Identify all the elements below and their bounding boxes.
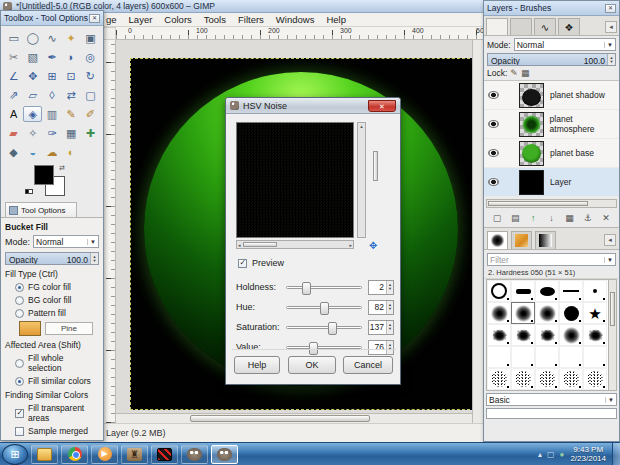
dialog-button[interactable]: Help [234,356,280,374]
spinner-arrows-icon[interactable]: ▲▼ [386,321,393,334]
spinner-arrows-icon[interactable]: ▲▼ [90,253,98,264]
brush-swatch[interactable] [487,346,511,368]
layer-row[interactable]: planet atmosphere [484,110,619,139]
shear-tool[interactable]: ▱ [23,87,42,103]
visibility-eye-icon[interactable] [488,91,499,99]
canvas-horizontal-scrollbar[interactable] [116,413,472,423]
foreground-select[interactable]: ▧ [23,49,42,65]
tab-channels[interactable] [510,18,532,35]
alignment-tool[interactable]: ⊞ [42,68,61,84]
clone-tool[interactable]: ▦ [62,125,81,141]
finding-similar-option[interactable]: Fill transparent areas [15,403,99,423]
close-icon[interactable]: ✕ [605,4,616,13]
brush-swatch[interactable] [583,324,607,346]
tray-network-icon[interactable]: ● [560,450,565,459]
fuzzy-select[interactable]: ✦ [62,30,81,46]
dialog-button[interactable]: Cancel [343,356,393,374]
rotate-tool[interactable]: ↻ [81,68,100,84]
pattern-swatch[interactable] [19,321,41,336]
perspective-tool[interactable]: ◊ [42,87,61,103]
show-desktop-button[interactable] [612,443,620,465]
brush-swatch[interactable] [511,280,535,302]
flip-tool[interactable]: ⇄ [62,87,81,103]
preview-vertical-scrollbar[interactable]: ▴ [357,122,366,238]
tab-patterns[interactable] [511,231,532,249]
fill-type-option[interactable]: BG color fill [15,295,99,305]
spinner-arrows-icon[interactable]: ▲▼ [386,281,393,294]
preview-checkbox[interactable] [238,259,247,268]
swap-colors-icon[interactable]: ⇄ [59,164,65,172]
layer-row[interactable]: planet shadow [484,81,619,110]
value-spinbox[interactable]: 76 ▲▼ [368,340,394,355]
tab-layers[interactable] [486,18,508,35]
move-tool[interactable]: ✥ [23,68,42,84]
ellipse-select[interactable]: ◯ [23,30,42,46]
slider-track[interactable] [286,326,362,329]
brush-swatch[interactable] [583,280,607,302]
eraser-tool[interactable]: ▰ [4,125,23,141]
brush-swatch[interactable] [487,280,511,302]
slider-track[interactable] [286,306,362,309]
cage-transform-tool[interactable]: ▢ [81,87,100,103]
menu-item[interactable]: Filters [232,14,270,25]
tool-options-tab[interactable]: Tool Options [5,202,77,217]
show-hidden-icons[interactable]: ▴ [538,450,542,459]
taskbar-explorer[interactable] [31,445,58,464]
brush-swatch[interactable] [535,302,559,324]
tab-menu-button[interactable]: ◂ [605,21,617,33]
finding-similar-option[interactable]: Sample merged [15,426,99,436]
brush-swatch[interactable] [583,346,607,368]
taskbar-game[interactable]: ♜ [121,445,148,464]
scissors-select[interactable]: ✂ [4,49,23,65]
bucket-fill-tool[interactable]: ◈ [23,106,42,122]
lock-alpha-icon[interactable]: ▦ [521,68,530,78]
paths-tool[interactable]: ✒ [42,49,61,65]
measure-tool[interactable]: ∠ [4,68,23,84]
brush-swatch[interactable] [535,368,559,390]
text-tool[interactable]: A [4,106,23,122]
value-spinbox[interactable]: 82 ▲▼ [368,300,394,315]
visibility-eye-icon[interactable] [488,120,499,128]
noise-preview-area[interactable] [236,122,354,238]
lock-pixels-icon[interactable]: ✎ [510,68,518,78]
layers-titlebar[interactable]: Layers - Brushes ✕ [484,1,619,16]
color-picker[interactable]: ◗ [62,49,81,65]
brush-vertical-scrollbar[interactable] [608,280,616,390]
smudge-tool[interactable]: ☁ [42,144,61,160]
perspective-clone-tool[interactable]: ◆ [4,144,23,160]
menu-item[interactable]: Layer [123,14,159,25]
toolbox-titlebar[interactable]: Toolbox - Tool Options ✕ [1,11,103,26]
blend-tool[interactable]: ▥ [42,106,61,122]
tab-brushes[interactable] [487,231,508,249]
preview-checkbox-row[interactable]: Preview [238,258,284,268]
value-spinbox[interactable]: 2 ▲▼ [368,280,394,295]
slider-handle[interactable] [320,302,329,315]
brush-filter-dropdown[interactable]: Filter ▼ [487,253,616,266]
brush-swatch[interactable] [559,280,583,302]
menu-item[interactable]: Tools [198,14,232,25]
anchor-layer-button[interactable]: ⚓ [581,211,595,224]
layer-group-button[interactable]: ▤ [508,211,522,224]
tab-menu-button[interactable]: ◂ [604,234,616,246]
duplicate-layer-button[interactable]: ▦ [563,211,577,224]
brush-swatch[interactable] [487,302,511,324]
affected-area-option[interactable]: Fill similar colors [15,376,99,386]
brush-swatch[interactable] [487,324,511,346]
value-spinbox[interactable]: 137 ▲▼ [368,320,394,335]
brush-swatch[interactable] [559,302,583,324]
default-colors-icon[interactable] [25,188,33,195]
pan-preview-icon[interactable]: ✥ [369,240,377,251]
canvas-vertical-scrollbar[interactable] [472,40,483,423]
brush-swatch[interactable] [535,324,559,346]
layers-horizontal-scrollbar[interactable] [486,199,617,208]
start-button[interactable]: ⊞ [2,444,28,465]
close-icon[interactable]: ✕ [368,100,396,112]
scale-tool[interactable]: ⇗ [4,87,23,103]
tab-gradients[interactable] [535,231,556,249]
brush-swatch[interactable] [487,368,511,390]
menu-item[interactable]: Windows [270,14,321,25]
tab-undo-history[interactable]: ❖ [558,18,580,35]
delete-layer-button[interactable]: ✕ [599,211,613,224]
menu-item[interactable]: Colors [158,14,197,25]
taskbar-gimp-active[interactable] [211,445,238,464]
